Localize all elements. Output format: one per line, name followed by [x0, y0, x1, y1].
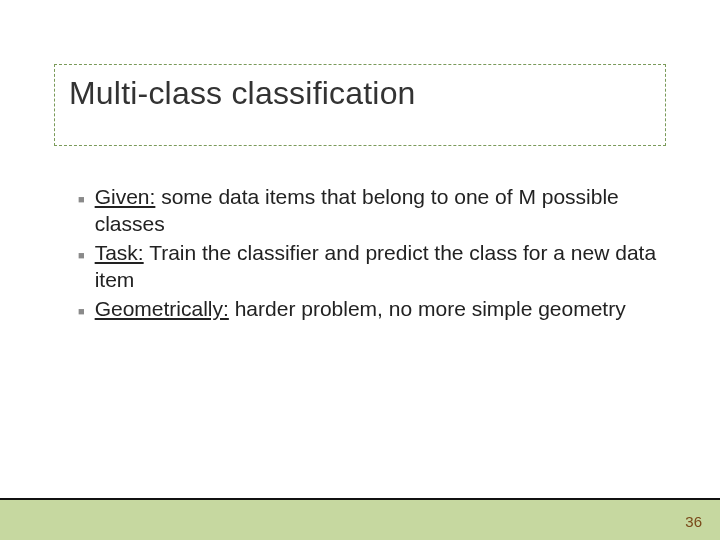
bullet-lead: Given:	[95, 185, 156, 208]
bullet-marker-icon: ■	[78, 304, 85, 318]
bullet-rest: some data items that belong to one of M …	[95, 185, 619, 235]
footer-bar: 36	[0, 498, 720, 540]
bullet-item: ■ Given: some data items that belong to …	[78, 184, 658, 238]
page-number: 36	[685, 513, 702, 530]
bullet-text: Task: Train the classifier and predict t…	[95, 240, 658, 294]
bullet-item: ■ Geometrically: harder problem, no more…	[78, 296, 658, 323]
bullet-lead: Geometrically:	[95, 297, 229, 320]
bullet-text: Given: some data items that belong to on…	[95, 184, 658, 238]
title-box: Multi-class classification	[54, 64, 666, 146]
bullet-item: ■ Task: Train the classifier and predict…	[78, 240, 658, 294]
slide-body: ■ Given: some data items that belong to …	[78, 184, 658, 324]
bullet-rest: harder problem, no more simple geometry	[229, 297, 626, 320]
bullet-marker-icon: ■	[78, 248, 85, 262]
slide-title: Multi-class classification	[69, 75, 651, 112]
bullet-lead: Task:	[95, 241, 144, 264]
bullet-text: Geometrically: harder problem, no more s…	[95, 296, 658, 323]
bullet-rest: Train the classifier and predict the cla…	[95, 241, 656, 291]
bullet-marker-icon: ■	[78, 192, 85, 206]
